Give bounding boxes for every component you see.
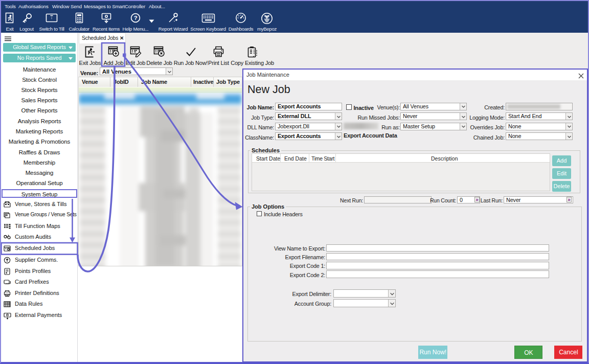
svg-text:?: ? xyxy=(134,15,138,21)
